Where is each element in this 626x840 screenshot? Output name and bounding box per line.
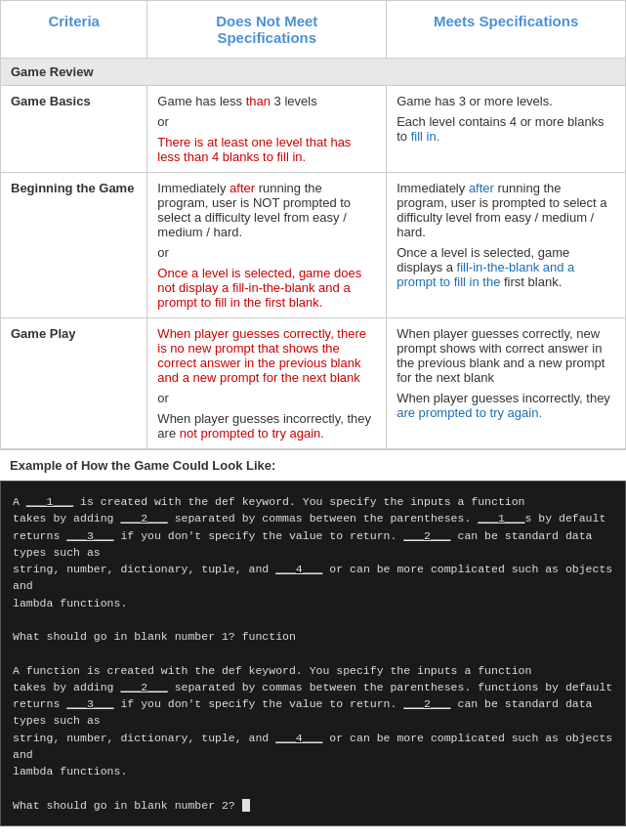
header-criteria: Criteria: [1, 1, 147, 59]
criteria-beginning-game: Beginning the Game: [1, 173, 147, 318]
meets-gameplay-p2: When player guesses incorrectly, they ar…: [396, 391, 615, 420]
meets-beginning-p2: Once a level is selected, game displays …: [396, 245, 615, 289]
dnm-beginning-p2: Once a level is selected, game does not …: [157, 266, 376, 310]
meets-basics-p2: Each level contains 4 or more blanks to …: [396, 114, 615, 144]
or-divider-3: or: [157, 391, 376, 405]
dnm-gameplay-p1: When player guesses correctly, there is …: [157, 326, 376, 385]
meets-basics-p1: Game has 3 or more levels.: [396, 94, 615, 108]
criteria-game-basics: Game Basics: [1, 86, 147, 173]
table-row: Game Basics Game has less than 3 levels …: [1, 86, 626, 173]
table-row: Game Play When player guesses correctly,…: [1, 318, 626, 449]
meets-gameplay-p1: When player guesses correctly, new promp…: [396, 326, 615, 385]
meets-beginning-p1: Immediately after running the program, u…: [396, 181, 615, 239]
or-divider-2: or: [157, 245, 376, 260]
dnm-gameplay-p2: When player guesses incorrectly, they ar…: [157, 411, 376, 441]
example-label: Example of How the Game Could Look Like:: [0, 449, 626, 481]
does-not-meet-gameplay: When player guesses correctly, there is …: [147, 318, 387, 449]
dnm-basics-p2: There is at least one level that has les…: [157, 135, 376, 164]
meets-game-basics: Game has 3 or more levels. Each level co…: [387, 86, 626, 173]
terminal-text: A ___1___ is created with the def keywor…: [13, 495, 612, 812]
header-does-not-meet: Does Not MeetSpecifications: [147, 1, 387, 59]
criteria-game-play: Game Play: [1, 318, 147, 449]
dnm-basics-p1: Game has less than 3 levels: [157, 94, 376, 108]
section-game-review: Game Review: [1, 59, 626, 86]
does-not-meet-beginning: Immediately after running the program, u…: [147, 173, 387, 318]
or-divider: or: [157, 114, 376, 129]
dnm-beginning-p1: Immediately after running the program, u…: [157, 181, 376, 239]
meets-gameplay: When player guesses correctly, new promp…: [387, 318, 626, 449]
header-meets: Meets Specifications: [387, 1, 626, 59]
meets-beginning: Immediately after running the program, u…: [387, 173, 626, 318]
table-row: Beginning the Game Immediately after run…: [1, 173, 626, 318]
terminal-display: A ___1___ is created with the def keywor…: [0, 481, 626, 826]
does-not-meet-game-basics: Game has less than 3 levels or There is …: [147, 86, 387, 173]
